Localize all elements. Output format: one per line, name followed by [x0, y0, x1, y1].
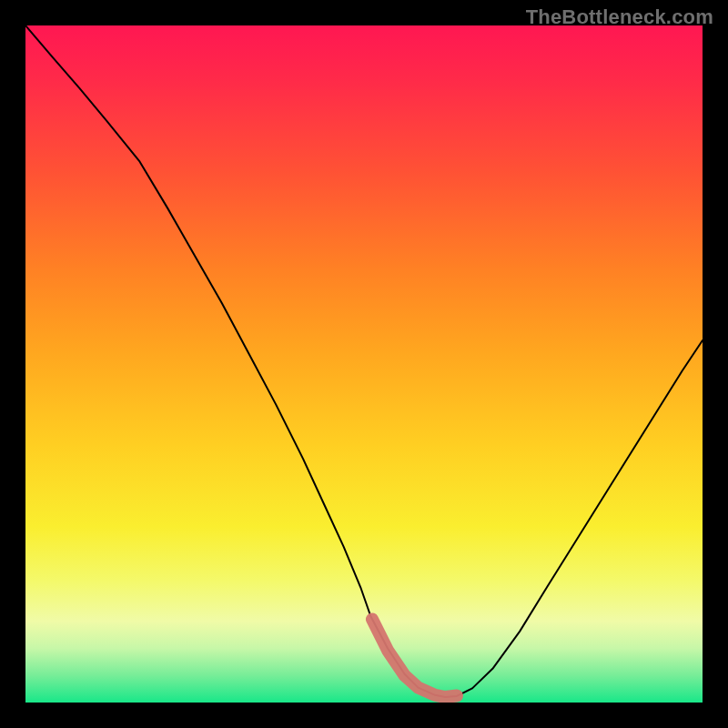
highlight-band — [372, 619, 457, 697]
chart-svg — [25, 25, 703, 703]
chart-outer: TheBottleneck.com — [0, 0, 728, 728]
chart-plot-area — [25, 25, 703, 703]
series-curve — [25, 25, 703, 697]
